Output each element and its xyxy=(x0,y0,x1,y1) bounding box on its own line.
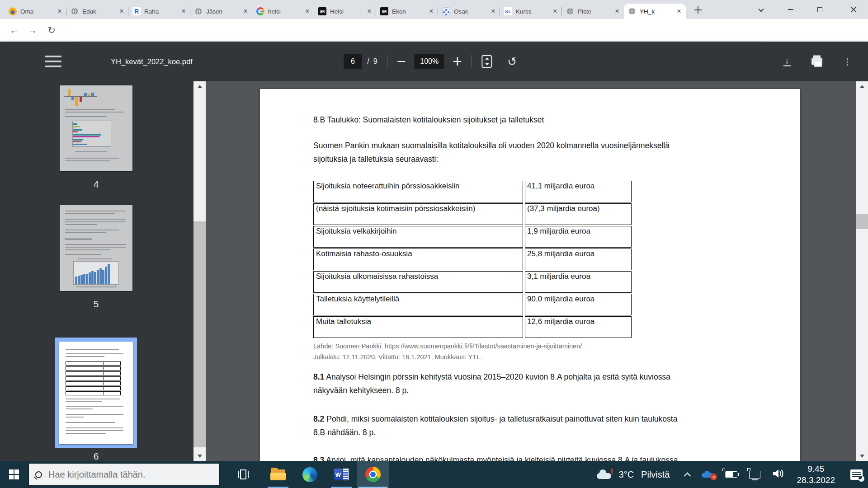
volume-icon[interactable] xyxy=(772,469,785,480)
tab-close-icon[interactable]: × xyxy=(56,7,64,15)
scrollbar-thumb[interactable] xyxy=(856,214,868,229)
sr-favicon-icon: SR xyxy=(380,7,388,15)
tab-close-icon[interactable]: × xyxy=(179,7,188,15)
windows-logo-icon xyxy=(9,469,19,479)
scrollbar-thumb[interactable] xyxy=(193,221,206,447)
table-cell-value: (37,3 miljardia euroa) xyxy=(525,203,632,225)
desktop-screen: Oma×Eduk×RRaha×Jäsen×helsi×SRHelsi×SREko… xyxy=(0,0,868,488)
browser-tab[interactable]: helsi× xyxy=(252,4,314,19)
table-cell-value: 90,0 miljardia euroa xyxy=(525,294,632,315)
browser-tab[interactable]: Osak× xyxy=(438,4,500,19)
network-icon[interactable] xyxy=(749,471,760,479)
new-tab-button[interactable] xyxy=(692,4,704,16)
pdf-page: 8.B Taulukko: Suomalaisten kotitalouksie… xyxy=(260,89,800,461)
table-cell-label: Kotimaisia rahasto-osuuksia xyxy=(313,249,523,270)
page-total: 9 xyxy=(373,57,377,66)
browser-toolbar: ← → ↻ hyol.fi/assets/files/Reaalikoeteht… xyxy=(0,19,868,42)
thumbnail-page-6-selected[interactable] xyxy=(55,338,137,448)
back-button[interactable]: ← xyxy=(5,21,24,39)
table-cell-value: 1,9 miljardia euroa xyxy=(525,226,632,248)
tab-close-icon[interactable]: × xyxy=(489,7,497,15)
zoom-in-button[interactable] xyxy=(453,57,462,66)
chevron-down-icon xyxy=(758,6,764,12)
browser-tab[interactable]: Eduk× xyxy=(66,4,128,19)
pdf-more-button[interactable]: ⋮ xyxy=(843,56,852,67)
pdf-menu-button[interactable] xyxy=(45,55,61,68)
weather-temperature[interactable]: 3°C xyxy=(619,469,634,480)
page-number-input[interactable] xyxy=(344,54,362,69)
thumbnail-page-6 xyxy=(59,342,133,444)
search-input[interactable] xyxy=(48,469,212,480)
scroll-up-icon[interactable] xyxy=(856,82,868,90)
tab-close-icon[interactable]: × xyxy=(303,7,311,15)
google-favicon-icon xyxy=(256,7,264,15)
thumbnail-label-6: 6 xyxy=(60,451,132,461)
browser-tab[interactable]: Oma× xyxy=(5,4,66,19)
reload-button[interactable]: ↻ xyxy=(42,21,61,39)
battery-icon[interactable] xyxy=(725,471,737,478)
table-row: Sijoituksia velkakirjoihin1,9 miljardia … xyxy=(313,226,632,248)
table-row: (näistä sijoituksia kotimaisiin pörssios… xyxy=(313,203,632,225)
browser-tab[interactable]: Piste× xyxy=(562,4,624,19)
tab-close-icon[interactable]: × xyxy=(118,7,126,15)
taskbar-search[interactable] xyxy=(28,463,220,486)
tab-label: Kurss xyxy=(516,8,551,15)
browser-tab[interactable]: RRaha× xyxy=(128,4,190,19)
weather-icon[interactable]: ! xyxy=(596,469,613,479)
taskbar-file-explorer[interactable] xyxy=(262,461,294,488)
tray-expand-icon[interactable] xyxy=(684,472,691,479)
thumbnail-scrollbar[interactable] xyxy=(193,81,206,461)
thumbnail-page-5[interactable] xyxy=(60,205,132,291)
browser-tab[interactable]: Jäsen× xyxy=(190,4,252,19)
window-minimize-button[interactable] xyxy=(780,0,801,19)
tab-close-icon[interactable]: × xyxy=(427,7,435,15)
window-maximize-button[interactable] xyxy=(809,0,830,19)
forward-button[interactable]: → xyxy=(24,21,42,39)
notification-center-icon[interactable] xyxy=(850,469,863,480)
rotate-button[interactable]: ↺ xyxy=(506,54,518,69)
intro-paragraph: Suomen Pankin mukaan suomalaisilla kotit… xyxy=(313,139,670,166)
search-icon xyxy=(35,471,42,478)
toolbar-divider xyxy=(472,55,472,68)
task-view-button[interactable] xyxy=(238,469,250,480)
scroll-down-icon[interactable] xyxy=(856,452,868,460)
globe-favicon-icon xyxy=(71,7,79,15)
page-scrollbar[interactable] xyxy=(856,81,868,461)
print-button[interactable] xyxy=(811,58,822,65)
scroll-up-icon[interactable] xyxy=(193,82,206,90)
table-row: Sijoituksia ulkomaisissa rahastoissa3,1 … xyxy=(313,271,632,293)
taskbar: W ! 3°C Pilvistä × 9.45 28.3.2022 xyxy=(0,461,868,488)
thumbnail-page-4[interactable] xyxy=(60,85,132,171)
onedrive-icon[interactable]: × xyxy=(702,471,714,478)
tab-close-icon[interactable]: × xyxy=(241,7,250,15)
tab-label: Piste xyxy=(578,8,613,15)
browser-tab[interactable]: KLKurss× xyxy=(500,4,562,19)
tab-close-icon[interactable]: × xyxy=(551,7,559,15)
taskbar-clock[interactable]: 9.45 28.3.2022 xyxy=(797,463,835,486)
tab-close-icon[interactable]: × xyxy=(613,7,621,15)
taskbar-word[interactable]: W xyxy=(326,461,357,488)
start-button[interactable] xyxy=(0,461,28,488)
pdf-toolbar: YH_kevät_2022_koe.pdf / 9 100% ↺ ↓ ⋮ xyxy=(0,42,868,81)
tab-close-icon[interactable]: × xyxy=(675,7,683,15)
question-number: 8.3 xyxy=(313,455,324,461)
taskbar-edge[interactable] xyxy=(294,461,326,488)
taskbar-chrome[interactable] xyxy=(357,461,389,488)
table-row: Sijoituksia noteerattuihin pörssiosakkei… xyxy=(313,181,632,202)
browser-tab[interactable]: SREkon× xyxy=(376,4,438,19)
browser-tab[interactable]: SRHelsi× xyxy=(314,4,376,19)
zoom-level[interactable]: 100% xyxy=(415,54,444,69)
tab-search-button[interactable] xyxy=(750,0,771,19)
download-button[interactable]: ↓ xyxy=(783,56,791,66)
flower-favicon-icon xyxy=(442,7,450,15)
tab-label: Ekon xyxy=(392,8,427,15)
question-number: 8.1 xyxy=(313,372,324,381)
window-close-button[interactable] xyxy=(839,0,868,19)
fit-page-button[interactable] xyxy=(482,55,492,68)
scroll-down-icon[interactable] xyxy=(193,452,206,460)
weather-description[interactable]: Pilvistä xyxy=(641,469,670,480)
tab-close-icon[interactable]: × xyxy=(365,7,373,15)
browser-tab-active[interactable]: YH_k× xyxy=(624,4,686,19)
zoom-out-button[interactable] xyxy=(398,61,406,62)
pdf-filename: YH_kevät_2022_koe.pdf xyxy=(111,57,193,66)
